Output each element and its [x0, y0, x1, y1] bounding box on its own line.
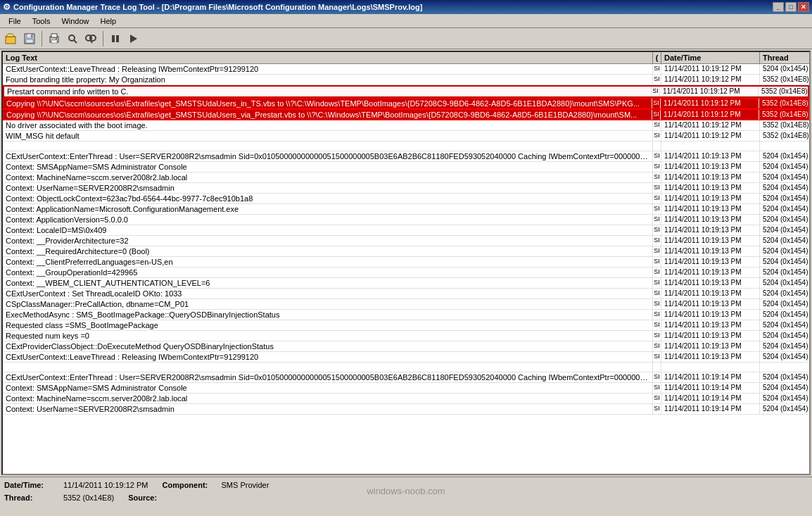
log-row[interactable]: CExtUserContext::LeaveThread : Releasing… [3, 64, 809, 75]
close-button[interactable]: ✕ [798, 2, 809, 12]
log-row[interactable]: Context: SMSAppName=SMS Administrator Co… [3, 383, 809, 394]
log-cell-sep: SI [653, 404, 661, 414]
log-cell-datetime: 11/14/2011 10:19:13 PM [661, 352, 760, 362]
log-cell-thread: 5352 (0x14E8) [760, 131, 809, 141]
print-button[interactable] [46, 30, 63, 47]
col-sep-header: ( [653, 52, 661, 63]
log-cell-text: Context: __ProviderArchitecture=32 [3, 236, 653, 246]
open-button[interactable] [3, 30, 20, 47]
log-row[interactable]: Context: UserName=SERVER2008R2\smsadminS… [3, 404, 809, 415]
log-cell-text: Context: UserName=SERVER2008R2\smsadmin [3, 183, 653, 193]
log-row[interactable]: Prestart command info written to C.SI11/… [3, 85, 809, 98]
menu-tools[interactable]: Tools [27, 15, 56, 27]
log-cell-thread: 5204 (0x1454) [760, 172, 809, 182]
log-row[interactable]: Context: MachineName=sccm.server2008r2.l… [3, 172, 809, 183]
find-button[interactable] [64, 30, 81, 47]
menu-window[interactable]: Window [56, 15, 94, 27]
log-row[interactable]: CExtUserContext : Set ThreadLocaleID OKt… [3, 289, 809, 299]
restore-button[interactable]: □ [785, 2, 797, 12]
log-cell-datetime: 11/14/2011 10:19:13 PM [661, 289, 760, 298]
log-cell-datetime: 11/14/2011 10:19:12 PM [661, 75, 760, 84]
log-cell-datetime: 11/14/2011 10:19:13 PM [661, 310, 760, 320]
log-row[interactable]: CExtUserContext::EnterThread : User=SERV… [3, 372, 809, 383]
log-cell-text: CExtUserContext : Set ThreadLocaleID OKt… [3, 289, 653, 298]
svg-rect-16 [116, 35, 119, 42]
log-cell-thread: 5352 (0x14E8) [759, 110, 808, 120]
log-row[interactable]: No driver associated with the boot image… [3, 120, 809, 131]
log-cell-datetime: 11/14/2011 10:19:14 PM [661, 404, 760, 414]
log-cell-sep: SI [653, 352, 661, 362]
log-row[interactable]: WIM_MSG hit defaultSI11/14/2011 10:19:12… [3, 131, 809, 141]
log-row[interactable]: Copying \\?\UNC\sccm\sources\os\Extrafil… [3, 98, 809, 109]
log-cell-sep: SI [653, 64, 661, 74]
log-cell-datetime: 11/14/2011 10:19:12 PM [661, 131, 760, 141]
log-row[interactable] [3, 141, 809, 151]
log-cell-text: Context: ApplicationVersion=5.0.0.0 [3, 215, 653, 225]
log-cell-text: CSpClassManager::PreCallAction, dbname=C… [3, 299, 653, 309]
log-cell-text: Context: SMSAppName=SMS Administrator Co… [3, 162, 653, 172]
svg-rect-8 [51, 40, 57, 43]
log-cell-sep: SI [653, 372, 661, 382]
log-cell-text: Context: ObjectLockContext=623ac7bd-6564… [3, 194, 653, 203]
log-cell-sep: SI [653, 383, 661, 393]
log-cell-text: CExtUserContext::EnterThread : User=SERV… [3, 151, 653, 161]
log-row[interactable]: Context: ApplicationVersion=5.0.0.0SI11/… [3, 215, 809, 225]
minimize-button[interactable]: _ [773, 2, 784, 12]
status-bar: Date/Time: 11/14/2011 10:19:12 PM Compon… [0, 477, 812, 516]
log-row[interactable]: Requested class =SMS_BootImagePackageSI1… [3, 320, 809, 331]
svg-marker-17 [130, 34, 137, 43]
log-cell-sep: SI [653, 257, 661, 267]
log-cell-thread: 5204 (0x1454) [760, 383, 809, 393]
log-row[interactable]: Copying \\?\UNC\sccm\sources\os\Extrafil… [3, 109, 809, 120]
log-row[interactable]: Context: ApplicationName=Microsoft.Confi… [3, 204, 809, 215]
log-cell-thread: 5204 (0x1454) [760, 289, 809, 298]
log-cell-thread: 5204 (0x1454) [760, 299, 809, 309]
log-row[interactable]: Context: __WBEM_CLIENT_AUTHENTICATION_LE… [3, 278, 809, 289]
log-row[interactable]: Context: UserName=SERVER2008R2\smsadminS… [3, 183, 809, 194]
log-cell-datetime: 11/14/2011 10:19:14 PM [661, 394, 760, 403]
log-row[interactable]: ExecMethodAsync : SMS_BootImagePackage::… [3, 310, 809, 320]
play-button[interactable] [125, 30, 142, 47]
log-cell-thread: 5204 (0x1454) [760, 215, 809, 225]
log-cell-datetime: 11/14/2011 10:19:14 PM [661, 383, 760, 393]
log-cell-text: No driver associated with the boot image… [3, 120, 653, 130]
log-row[interactable]: Context: LocaleID=MS\0x409SI11/14/2011 1… [3, 225, 809, 236]
log-cell-text: Context: __GroupOperationId=429965 [3, 268, 653, 277]
log-cell-text: Context: __RequiredArchitecture=0 (Bool) [3, 246, 653, 256]
log-cell-text [3, 141, 653, 151]
log-row[interactable]: CSpClassManager::PreCallAction, dbname=C… [3, 299, 809, 310]
component-value: SMS Provider [221, 481, 269, 489]
log-row[interactable]: Context: MachineName=sccm.server2008r2.l… [3, 394, 809, 404]
toolbar-sep-1 [42, 31, 42, 46]
log-row[interactable]: Context: __GroupOperationId=429965SI11/1… [3, 268, 809, 278]
log-cell-sep [653, 363, 661, 372]
log-cell-datetime: 11/14/2011 10:19:12 PM [660, 87, 759, 96]
menu-help[interactable]: Help [95, 15, 122, 27]
log-cell-text: WIM_MSG hit default [3, 131, 653, 141]
filter-button[interactable] [82, 30, 99, 47]
svg-point-10 [69, 35, 75, 41]
pause-button[interactable] [107, 30, 124, 47]
log-cell-datetime: 11/14/2011 10:19:12 PM [661, 110, 759, 120]
log-cell-sep: SI [653, 268, 661, 277]
log-row[interactable]: Context: __ProviderArchitecture=32SI11/1… [3, 236, 809, 246]
log-cell-thread: 5352 (0x14E8) [760, 120, 809, 130]
log-row[interactable]: Context: ObjectLockContext=623ac7bd-6564… [3, 194, 809, 204]
log-cell-sep: SI [653, 278, 661, 288]
save-button[interactable] [21, 30, 38, 47]
log-row[interactable]: Context: __ClientPreferredLanguages=en-U… [3, 257, 809, 268]
log-row[interactable]: Requested num keys =0SI11/14/2011 10:19:… [3, 331, 809, 341]
log-row[interactable] [3, 363, 809, 372]
log-cell-sep: SI [653, 204, 661, 214]
thread-label: Thread: [4, 493, 61, 502]
log-rows[interactable]: CExtUserContext::LeaveThread : Releasing… [3, 64, 809, 474]
log-row[interactable]: Found branding title property: My Organi… [3, 75, 809, 85]
log-row[interactable]: CExtUserContext::EnterThread : User=SERV… [3, 151, 809, 162]
log-row[interactable]: Context: SMSAppName=SMS Administrator Co… [3, 162, 809, 172]
log-row[interactable]: CExtProviderClassObject::DoExecuteMethod… [3, 341, 809, 352]
log-row[interactable]: CExtUserContext::LeaveThread : Releasing… [3, 352, 809, 363]
log-cell-datetime: 11/14/2011 10:19:13 PM [661, 151, 760, 161]
menu-file[interactable]: File [3, 15, 27, 27]
svg-rect-5 [31, 34, 32, 37]
log-row[interactable]: Context: __RequiredArchitecture=0 (Bool)… [3, 246, 809, 257]
